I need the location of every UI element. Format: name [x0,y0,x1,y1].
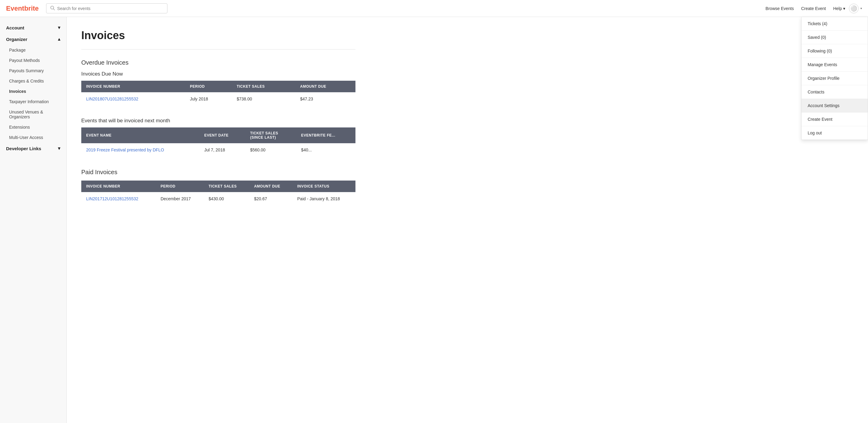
search-icon [50,5,55,11]
dropdown-item-following[interactable]: Following (0) [802,44,868,58]
dropdown-item-saved[interactable]: Saved (0) [802,31,868,44]
col-header-eventbrite-fee: EVENTBRITE FE... [296,127,355,143]
ticket-sales-cell: $738.00 [232,92,295,105]
user-chevron-icon: ▾ [860,7,862,10]
paid-invoices-table: INVOICE NUMBER PERIOD TICKET SALES AMOUN… [81,181,355,205]
sidebar-item-payouts-summary[interactable]: Payouts Summary [0,65,66,76]
dropdown-item-organizer-profile[interactable]: Organizer Profile [802,71,868,85]
col-header-amount-due: AMOUNT DUE [249,181,292,192]
next-month-title: Events that will be invoiced next month [81,118,355,124]
col-header-invoice-number: INVOICE NUMBER [81,81,185,92]
search-input[interactable] [57,6,163,11]
col-header-event-date: EVENT DATE [199,127,245,143]
sidebar: Account ▾ Organizer ▴ Package Payout Met… [0,17,67,423]
table-row: LIN201807U101281255532 July 2018 $738.00… [81,92,355,105]
sidebar-item-multi-user-access[interactable]: Multi-User Access [0,132,66,143]
sidebar-organizer-header[interactable]: Organizer ▴ [0,33,66,45]
logo[interactable]: Eventbrite [6,5,39,12]
overdue-invoices-title: Overdue Invoices [81,59,355,66]
paid-table-header-row: INVOICE NUMBER PERIOD TICKET SALES AMOUN… [81,181,355,192]
sidebar-section-organizer: Organizer ▴ Package Payout Methods Payou… [0,33,66,143]
sidebar-item-payout-methods[interactable]: Payout Methods [0,55,66,65]
col-header-event-name: EVENT NAME [81,127,199,143]
event-link[interactable]: 2019 Freeze Festival presented by DFLO [86,148,164,152]
user-icon: ⚪ [849,4,859,13]
svg-line-1 [53,9,55,10]
dropdown-item-contacts[interactable]: Contacts [802,85,868,99]
header-nav: Browse Events Create Event Help ▾ [766,6,845,11]
ticket-sales-cell: $430.00 [204,192,249,205]
sidebar-item-unused-venues[interactable]: Unused Venues & Organizers [0,107,66,122]
sidebar-section-developer: Developer Links ▾ [0,143,66,154]
col-header-ticket-sales: TICKET SALES [232,81,295,92]
dropdown-item-account-settings[interactable]: Account Settings [802,99,868,113]
dropdown-item-tickets[interactable]: Tickets (4) [802,17,868,31]
col-header-invoice-status: INVOICE STATUS [292,181,355,192]
table-row: LIN201712U101281255532 December 2017 $43… [81,192,355,205]
sidebar-item-invoices[interactable]: Invoices [0,86,66,96]
dropdown-item-manage-events[interactable]: Manage Events [802,58,868,71]
dropdown-item-create-event[interactable]: Create Event [802,113,868,126]
sidebar-item-taxpayer-information[interactable]: Taxpayer Information [0,96,66,107]
paid-invoices-title: Paid Invoices [81,169,355,176]
sidebar-item-package[interactable]: Package [0,45,66,55]
next-month-table-header-row: EVENT NAME EVENT DATE TICKET SALES(SINCE… [81,127,355,143]
dropdown-item-logout[interactable]: Log out [802,126,868,140]
col-header-period: PERIOD [156,181,204,192]
page-layout: Account ▾ Organizer ▴ Package Payout Met… [0,17,868,423]
event-date-cell: Jul 7, 2018 [199,143,245,157]
event-name-cell: 2019 Freeze Festival presented by DFLO [81,143,199,157]
next-month-table: EVENT NAME EVENT DATE TICKET SALES(SINCE… [81,127,355,157]
search-box[interactable] [46,3,167,13]
amount-due-cell: $47.23 [296,92,356,105]
col-header-period: PERIOD [185,81,232,92]
create-event-link[interactable]: Create Event [801,6,826,11]
table-row: 2019 Freeze Festival presented by DFLO J… [81,143,355,157]
user-dropdown: Tickets (4) Saved (0) Following (0) Mana… [801,17,868,140]
invoice-number-cell: LIN201712U101281255532 [81,192,156,205]
header: Eventbrite Browse Events Create Event He… [0,0,868,17]
chevron-up-icon: ▴ [58,36,60,42]
col-header-ticket-sales: TICKET SALES [204,181,249,192]
amount-due-cell: $20.67 [249,192,292,205]
fee-cell: $40... [296,143,355,157]
main-content: Invoices Overdue Invoices Invoices Due N… [67,17,370,423]
due-now-table-header-row: INVOICE NUMBER PERIOD TICKET SALES AMOUN… [81,81,355,92]
col-header-amount-due: AMOUNT DUE [296,81,356,92]
title-divider [81,49,355,50]
sidebar-section-account: Account ▾ [0,22,66,33]
paid-invoice-link[interactable]: LIN201712U101281255532 [86,196,138,201]
col-header-ticket-sales-since-last: TICKET SALES(SINCE LAST) [245,127,296,143]
period-cell: December 2017 [156,192,204,205]
invoice-link[interactable]: LIN201807U101281255532 [86,96,138,101]
chevron-down-icon: ▾ [843,6,845,11]
ticket-sales-cell: $560.00 [245,143,296,157]
browse-events-link[interactable]: Browse Events [766,6,794,11]
user-menu-trigger[interactable]: ⚪ ▾ [849,4,862,13]
help-link[interactable]: Help ▾ [833,6,845,11]
sidebar-developer-header[interactable]: Developer Links ▾ [0,143,66,154]
page-title: Invoices [81,29,355,42]
sidebar-account-header[interactable]: Account ▾ [0,22,66,33]
period-cell: July 2018 [185,92,232,105]
sidebar-item-charges-credits[interactable]: Charges & Credits [0,76,66,86]
invoice-status-cell: Paid - January 8, 2018 [292,192,355,205]
due-now-table: INVOICE NUMBER PERIOD TICKET SALES AMOUN… [81,81,355,105]
chevron-down-icon: ▾ [58,146,60,151]
chevron-down-icon: ▾ [58,25,60,30]
sidebar-item-extensions[interactable]: Extensions [0,122,66,132]
col-header-invoice-number: INVOICE NUMBER [81,181,156,192]
invoice-number-cell: LIN201807U101281255532 [81,92,185,105]
due-now-title: Invoices Due Now [81,71,355,77]
